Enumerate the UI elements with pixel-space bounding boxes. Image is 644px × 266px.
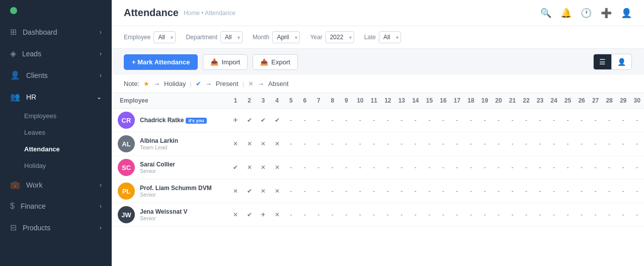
- attendance-cell: -: [561, 203, 575, 227]
- sidebar-item-label: Dashboard: [23, 28, 57, 36]
- table-row: ALAlbina LarkinTeam Lead✕✕✕✕------------…: [112, 132, 644, 156]
- chevron-down-icon: ⌄: [97, 94, 102, 101]
- employee-name: Sarai Collier: [140, 161, 175, 168]
- attendance-cell: -: [519, 132, 533, 156]
- leads-icon: ◈: [10, 49, 16, 58]
- sidebar-item-leads[interactable]: ◈ Leads ›: [0, 43, 112, 64]
- table-row: SCSarai CollierSenior✔✕✕✕---------------…: [112, 156, 644, 180]
- sidebar-sub-attendance[interactable]: Attendance: [0, 141, 112, 157]
- employee-cell: SCSarai CollierSenior: [112, 156, 228, 180]
- sidebar-item-dashboard[interactable]: ⊞ Dashboard ›: [0, 21, 112, 43]
- attendance-cell: -: [381, 109, 395, 132]
- attendance-cell: -: [353, 132, 367, 156]
- attendance-cell: -: [409, 132, 423, 156]
- attendance-cell: -: [492, 180, 506, 203]
- sidebar-item-clients[interactable]: 👤 Clients ›: [0, 64, 112, 86]
- attendance-cell: -: [381, 203, 395, 227]
- attendance-cell: -: [602, 180, 616, 203]
- attendance-cell: -: [547, 132, 561, 156]
- sidebar-sub-holiday[interactable]: Holiday: [0, 157, 112, 174]
- avatar: PL: [118, 183, 135, 200]
- sidebar-item-products[interactable]: ⊟ Products ›: [0, 217, 112, 238]
- attendance-cell: ✕: [270, 203, 284, 227]
- avatar: JW: [118, 206, 135, 223]
- attendance-cell: -: [464, 180, 478, 203]
- attendance-cell: -: [326, 203, 340, 227]
- month-select[interactable]: April: [272, 31, 300, 43]
- attendance-cell: -: [602, 203, 616, 227]
- sidebar-item-hr[interactable]: 👥 HR ⌄: [0, 86, 112, 108]
- attendance-cell: -: [519, 180, 533, 203]
- person-view-button[interactable]: 👤: [612, 54, 632, 70]
- chevron-icon: ›: [100, 224, 102, 231]
- mark-attendance-button[interactable]: + Mark Attendance: [124, 54, 198, 70]
- late-select[interactable]: All: [379, 31, 401, 43]
- employee-select[interactable]: All: [153, 31, 176, 43]
- attendance-cell: -: [367, 180, 381, 203]
- attendance-cell: -: [367, 109, 381, 132]
- attendance-cell: -: [326, 180, 340, 203]
- col-17: 17: [450, 93, 464, 109]
- attendance-cell: -: [630, 203, 644, 227]
- col-8: 8: [326, 93, 340, 109]
- col-22: 22: [519, 93, 533, 109]
- sidebar-sub-employees[interactable]: Employees: [0, 108, 112, 124]
- attendance-cell: -: [395, 109, 409, 132]
- attendance-cell: -: [340, 109, 354, 132]
- export-button[interactable]: 📤 Export: [253, 54, 298, 70]
- attendance-cell: -: [561, 180, 575, 203]
- employee-badge: It's you: [186, 118, 206, 124]
- attendance-cell: -: [312, 180, 326, 203]
- attendance-cell: -: [312, 109, 326, 132]
- employee-cell: PLProf. Liam Schumm DVMSenior: [112, 180, 228, 203]
- employee-cell: CRChadrick RatkeIt's you: [112, 109, 228, 132]
- col-13: 13: [395, 93, 409, 109]
- bell-icon[interactable]: 🔔: [560, 8, 572, 19]
- employee-filter: Employee All: [124, 31, 176, 43]
- chevron-icon: ›: [100, 50, 102, 57]
- attendance-cell: -: [381, 156, 395, 180]
- attendance-cell: -: [464, 109, 478, 132]
- year-select-wrapper: 2022: [326, 31, 354, 43]
- year-select[interactable]: 2022: [326, 31, 354, 43]
- attendance-cell: -: [450, 132, 464, 156]
- attendance-cell: ✕: [228, 203, 243, 227]
- employee-filter-label: Employee: [124, 34, 150, 41]
- user-icon[interactable]: 👤: [621, 8, 632, 19]
- col-21: 21: [506, 93, 520, 109]
- search-icon[interactable]: 🔍: [540, 8, 551, 19]
- sidebar-item-work[interactable]: 💼 Work ›: [0, 174, 112, 196]
- attendance-cell: -: [506, 109, 520, 132]
- attendance-cell: ✕: [270, 156, 284, 180]
- col-23: 23: [533, 93, 547, 109]
- attendance-cell: -: [353, 109, 367, 132]
- col-18: 18: [464, 93, 478, 109]
- list-view-button[interactable]: ☰: [593, 54, 612, 70]
- sidebar-sub-leaves[interactable]: Leaves: [0, 124, 112, 141]
- import-button[interactable]: 📥 Import: [203, 54, 248, 70]
- sidebar-item-finance[interactable]: $ Finance ›: [0, 196, 112, 217]
- attendance-cell: -: [478, 203, 492, 227]
- attendance-cell: -: [312, 203, 326, 227]
- col-29: 29: [616, 93, 630, 109]
- chevron-icon: ›: [100, 29, 102, 36]
- table-row: JWJena Weissnat VSenior✕✔✈✕-------------…: [112, 203, 644, 227]
- attendance-cell: -: [547, 156, 561, 180]
- attendance-cell: ✈: [228, 109, 243, 132]
- attendance-cell: -: [630, 156, 644, 180]
- attendance-cell: -: [353, 203, 367, 227]
- attendance-cell: -: [312, 156, 326, 180]
- plus-icon[interactable]: ➕: [601, 8, 612, 19]
- attendance-cell: -: [284, 203, 298, 227]
- attendance-cell: -: [395, 203, 409, 227]
- avatar: SC: [118, 159, 135, 176]
- avatar: CR: [118, 112, 135, 129]
- clock-icon[interactable]: 🕐: [581, 8, 592, 19]
- attendance-cell: -: [298, 180, 312, 203]
- sidebar-item-label: Finance: [21, 202, 46, 210]
- main-content: Attendance Home • Attendance 🔍 🔔 🕐 ➕ 👤 E…: [112, 0, 644, 266]
- col-9: 9: [340, 93, 354, 109]
- filter-bar: Employee All Department All Month April: [112, 26, 644, 49]
- department-select[interactable]: All: [220, 31, 243, 43]
- note-label: Note:: [124, 80, 139, 87]
